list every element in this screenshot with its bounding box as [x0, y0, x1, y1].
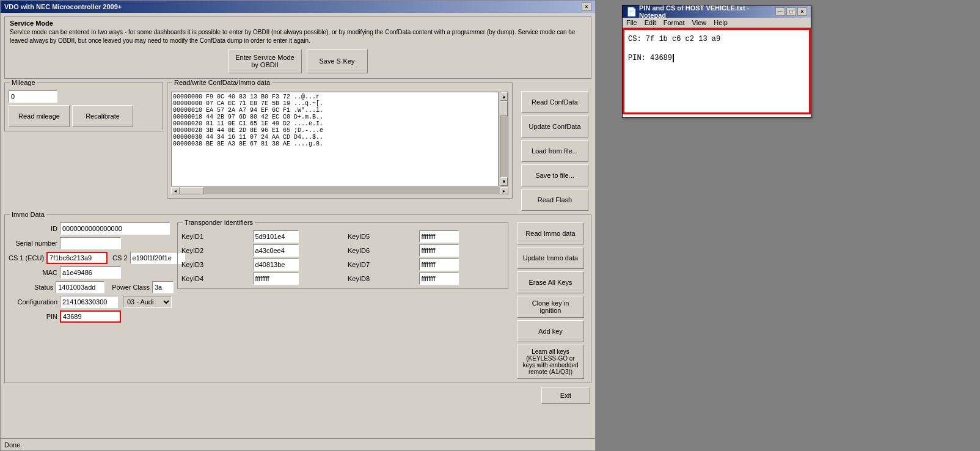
vdo-title-bar: VDO with NEC Microcontroller 2009+ × — [1, 1, 595, 13]
mileage-buttons: Read mileage Recalibrate — [9, 105, 159, 127]
keyid7-input[interactable] — [419, 258, 459, 271]
immo-id-row: ID — [9, 222, 174, 235]
notepad-title-left: 📄 PIN and CS of HOST VEHICLE.txt - Notep… — [626, 4, 775, 19]
transponder-grid: KeyID1 KeyID5 KeyID2 KeyID6 KeyID3 KeyID… — [181, 230, 504, 285]
update-immo-btn[interactable]: Update Immo data — [517, 247, 584, 269]
immo-id-input[interactable] — [60, 222, 170, 235]
immo-status-row: Status Power Class — [9, 281, 174, 293]
keyid8-input[interactable] — [419, 273, 459, 285]
immo-serial-input[interactable] — [60, 237, 121, 249]
read-immo-btn[interactable]: Read Immo data — [517, 222, 584, 244]
immo-status-label: Status — [9, 284, 53, 291]
immo-powerclass-input[interactable] — [152, 281, 174, 293]
erase-all-keys-btn[interactable]: Erase All Keys — [517, 271, 584, 293]
scroll-left-arrow[interactable]: ◄ — [171, 187, 180, 194]
vdo-title: VDO with NEC Microcontroller 2009+ — [4, 3, 122, 10]
keyid4-label: KeyID4 — [181, 275, 249, 282]
exit-row: Exit — [4, 387, 590, 404]
confdata-box: Read/write ConfData/Immo data 00000000 F… — [167, 82, 513, 199]
vdo-close-btn[interactable]: × — [582, 2, 591, 11]
immo-right-buttons: Read Immo data Update Immo data Erase Al… — [517, 222, 587, 379]
menu-edit[interactable]: Edit — [645, 19, 656, 26]
immo-dropdown[interactable]: 03 - Audi 01 - VW 02 - Skoda — [123, 296, 172, 308]
keyid7-label: KeyID7 — [348, 261, 415, 268]
immo-pin-row: PIN — [9, 310, 174, 323]
mileage-label: Mileage — [10, 79, 37, 86]
read-confdata-btn[interactable]: Read ConfData — [521, 91, 588, 113]
hex-hscrollbar[interactable]: ◄ ► — [171, 187, 508, 194]
exit-btn[interactable]: Exit — [541, 387, 590, 404]
keyid3-input[interactable] — [253, 258, 299, 271]
scroll-right-arrow[interactable]: ► — [500, 187, 508, 194]
service-mode-label: Service Mode — [10, 20, 586, 27]
scroll-thumb[interactable] — [500, 101, 508, 116]
immo-id-label: ID — [9, 225, 57, 232]
learn-all-keys-btn[interactable]: Learn all keys (KEYLESS-GO or keys with … — [517, 345, 584, 379]
immo-status-input[interactable] — [56, 281, 104, 293]
save-skey-btn[interactable]: Save S-Key — [307, 49, 368, 73]
transponder-section: Transponder identifiers KeyID1 KeyID5 Ke… — [177, 222, 508, 379]
keyid5-input[interactable] — [419, 230, 459, 243]
add-key-btn[interactable]: Add key — [517, 320, 584, 342]
keyid5-label: KeyID5 — [348, 233, 415, 240]
immo-content: ID Serial number CS 1 (ECU) CS 2 — [9, 222, 587, 379]
immo-mac-row: MAC — [9, 266, 174, 279]
mileage-content: Read mileage Recalibrate — [9, 90, 159, 127]
immo-pin-label: PIN — [9, 313, 57, 320]
immo-serial-label: Serial number — [9, 240, 57, 247]
immo-powerclass-label: Power Class — [112, 284, 150, 291]
menu-help[interactable]: Help — [714, 19, 728, 26]
service-mode-buttons: Enter Service Mode by OBDII Save S-Key — [10, 49, 586, 73]
menu-format[interactable]: Format — [664, 19, 685, 26]
update-confdata-btn[interactable]: Update ConfData — [521, 116, 588, 138]
immo-config-label: Configuration — [9, 298, 57, 306]
immo-mac-input[interactable] — [60, 266, 121, 279]
keyid4-input[interactable] — [253, 273, 299, 285]
keyid1-label: KeyID1 — [181, 233, 249, 240]
clone-key-btn[interactable]: Clone key in ignition — [517, 296, 584, 318]
read-mileage-btn[interactable]: Read mileage — [9, 105, 70, 127]
scroll-up-arrow[interactable]: ▲ — [500, 92, 508, 101]
immo-config-input[interactable] — [60, 296, 118, 308]
keyid6-input[interactable] — [419, 244, 459, 257]
mileage-input[interactable] — [9, 90, 57, 103]
notepad-pin-line: PIN: 43689 — [628, 53, 805, 64]
save-to-file-btn[interactable]: Save to file... — [521, 164, 588, 186]
menu-view[interactable]: View — [692, 19, 707, 26]
notepad-blank-line — [628, 45, 805, 53]
notepad-menu: File Edit Format View Help — [623, 18, 811, 28]
keyid2-label: KeyID2 — [181, 247, 249, 254]
hscroll-thumb[interactable] — [180, 187, 204, 194]
notepad-window: 📄 PIN and CS of HOST VEHICLE.txt - Notep… — [622, 5, 811, 118]
immo-config-row: Configuration 03 - Audi 01 - VW 02 - Sko… — [9, 296, 174, 308]
keyid2-input[interactable] — [253, 244, 299, 257]
notepad-title-text: PIN and CS of HOST VEHICLE.txt - Notepad — [639, 4, 775, 19]
immo-fields: ID Serial number CS 1 (ECU) CS 2 — [9, 222, 174, 379]
hex-scrollbar[interactable]: ▲ ▼ — [500, 92, 508, 186]
confdata-content: 00000000 F9 0C 40 83 13 B0 F3 72 ..@...r… — [171, 92, 508, 186]
keyid1-input[interactable] — [253, 230, 299, 243]
immo-cs1-input[interactable] — [46, 252, 108, 264]
hscroll-track — [180, 187, 500, 194]
immo-pin-input[interactable] — [60, 310, 121, 323]
notepad-title-buttons: — □ × — [775, 7, 807, 16]
confdata-right-buttons: Read ConfData Update ConfData Load from … — [521, 82, 591, 211]
enter-service-mode-btn[interactable]: Enter Service Mode by OBDII — [229, 49, 302, 73]
immo-mac-label: MAC — [9, 269, 57, 276]
load-from-file-btn[interactable]: Load from file... — [521, 140, 588, 162]
scroll-down-arrow[interactable]: ▼ — [500, 177, 508, 186]
notepad-maximize-btn[interactable]: □ — [786, 7, 796, 16]
notepad-close-btn[interactable]: × — [797, 7, 807, 16]
menu-file[interactable]: File — [626, 19, 637, 26]
vdo-title-buttons: × — [582, 2, 591, 11]
recalibrate-btn[interactable]: Recalibrate — [72, 105, 133, 127]
notepad-cursor — [673, 54, 674, 62]
notepad-minimize-btn[interactable]: — — [775, 7, 785, 16]
immo-label: Immo Data — [10, 211, 46, 218]
immo-serial-row: Serial number — [9, 237, 174, 249]
scroll-track — [500, 101, 508, 177]
read-flash-btn[interactable]: Read Flash — [521, 189, 588, 211]
confdata-group: Read/write ConfData/Immo data 00000000 F… — [167, 82, 513, 211]
notepad-cs-line: CS: 7f 1b c6 c2 13 a9 — [628, 34, 805, 45]
keyid6-label: KeyID6 — [348, 247, 415, 254]
